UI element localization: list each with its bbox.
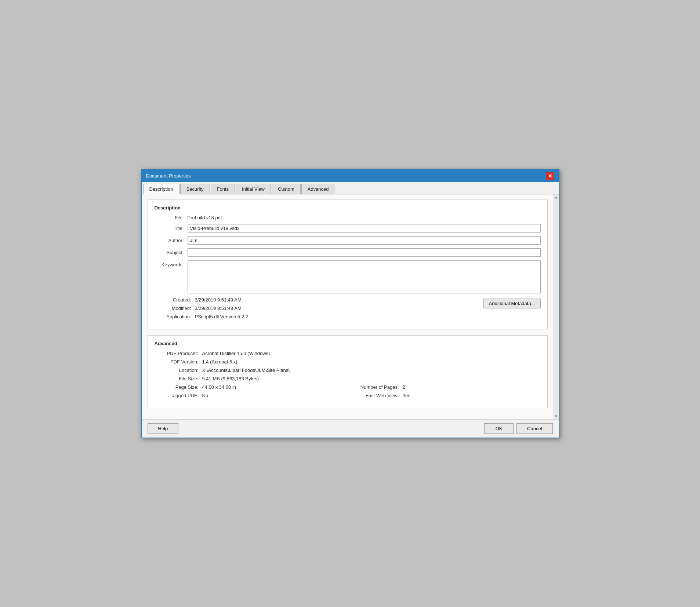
application-value: PScript5.dll Version 5.2.2 bbox=[195, 314, 248, 319]
dialog-content: Description File: Prebuild v18.pdf Title… bbox=[142, 194, 559, 419]
pdf-version-value: 1.4 (Acrobat 5.x) bbox=[202, 359, 237, 365]
ok-button[interactable]: OK bbox=[484, 423, 514, 434]
tagged-pdf-value: No bbox=[202, 393, 208, 398]
page-size-value: 44.00 x 34.00 in bbox=[202, 384, 236, 390]
modified-row: Modified: 3/29/2019 9:51:49 AM bbox=[155, 306, 476, 311]
author-label: Author: bbox=[155, 238, 188, 243]
page-size-label: Page Size: bbox=[155, 384, 202, 390]
created-modified-area: Created: 3/29/2019 9:51:49 AM Modified: … bbox=[155, 297, 541, 322]
keywords-textarea[interactable] bbox=[188, 260, 541, 293]
created-modified-left: Created: 3/29/2019 9:51:49 AM Modified: … bbox=[155, 297, 476, 322]
author-input[interactable] bbox=[188, 236, 541, 245]
description-section-title: Description bbox=[155, 205, 541, 211]
location-label: Location: bbox=[155, 368, 202, 373]
file-label: File: bbox=[155, 215, 188, 220]
cancel-button[interactable]: Cancel bbox=[516, 423, 552, 434]
scroll-up-arrow[interactable]: ▲ bbox=[554, 194, 559, 200]
application-label: Application: bbox=[155, 314, 195, 319]
description-section: Description File: Prebuild v18.pdf Title… bbox=[148, 200, 548, 329]
title-input[interactable] bbox=[188, 224, 541, 233]
fast-web-view-value: Yes bbox=[403, 393, 410, 398]
keywords-label: Keywords: bbox=[155, 260, 188, 267]
content-area: Description File: Prebuild v18.pdf Title… bbox=[142, 194, 554, 419]
subject-row: Subject: bbox=[155, 248, 541, 257]
created-value: 3/29/2019 9:51:49 AM bbox=[195, 297, 242, 303]
help-button[interactable]: Help bbox=[148, 423, 179, 434]
file-size-label: File Size: bbox=[155, 376, 202, 381]
file-row: File: Prebuild v18.pdf bbox=[155, 215, 541, 220]
dialog-title: Document Properties bbox=[146, 173, 191, 179]
modified-value: 3/29/2019 9:51:49 AM bbox=[195, 306, 242, 311]
additional-metadata-button[interactable]: Additional Metadata... bbox=[483, 299, 541, 308]
pdf-producer-row: PDF Producer: Acrobat Distiller 15.0 (Wi… bbox=[155, 351, 541, 356]
advanced-section-title: Advanced bbox=[155, 341, 541, 346]
author-row: Author: bbox=[155, 236, 541, 245]
subject-label: Subject: bbox=[155, 250, 188, 255]
dialog-body: Description File: Prebuild v18.pdf Title… bbox=[142, 194, 554, 419]
modified-label: Modified: bbox=[155, 306, 195, 311]
tagged-pdf-row: Tagged PDF: No bbox=[155, 393, 348, 398]
tab-fonts[interactable]: Fonts bbox=[211, 184, 235, 194]
file-size-row: File Size: 9.41 MB (9,863,183 Bytes) bbox=[155, 376, 541, 381]
tagged-fastweb-row: Tagged PDF: No Fast Web View: Yes bbox=[155, 393, 541, 398]
pdf-version-label: PDF Version: bbox=[155, 359, 202, 365]
fast-web-view-row: Fast Web View: Yes bbox=[348, 393, 541, 398]
keywords-row: Keywords: bbox=[155, 260, 541, 293]
number-of-pages-row: Number of Pages: 2 bbox=[348, 384, 541, 390]
footer-right-buttons: OK Cancel bbox=[484, 423, 552, 434]
scrollbar[interactable]: ▲ ▼ bbox=[554, 194, 559, 419]
scroll-down-arrow[interactable]: ▼ bbox=[554, 413, 559, 419]
additional-metadata-area: Additional Metadata... bbox=[476, 297, 541, 308]
dialog-footer: Help OK Cancel bbox=[142, 419, 559, 438]
tab-bar: Description Security Fonts Initial View … bbox=[142, 182, 559, 194]
location-row: Location: X:\Accounts\Lipari Foods\JLM\S… bbox=[155, 368, 541, 373]
title-bar: Document Properties ✕ bbox=[142, 170, 559, 182]
fast-web-view-label: Fast Web View: bbox=[348, 393, 403, 398]
close-button[interactable]: ✕ bbox=[546, 172, 554, 180]
tab-custom[interactable]: Custom bbox=[272, 184, 301, 194]
file-value: Prebuild v18.pdf bbox=[188, 215, 222, 220]
tagged-pdf-label: Tagged PDF: bbox=[155, 393, 202, 398]
pdf-producer-label: PDF Producer: bbox=[155, 351, 202, 356]
pdf-producer-value: Acrobat Distiller 15.0 (Windows) bbox=[202, 351, 270, 356]
tab-advanced[interactable]: Advanced bbox=[301, 184, 335, 194]
number-of-pages-label: Number of Pages: bbox=[348, 384, 403, 390]
advanced-section: Advanced PDF Producer: Acrobat Distiller… bbox=[148, 335, 548, 408]
tab-initial-view[interactable]: Initial View bbox=[236, 184, 271, 194]
created-row: Created: 3/29/2019 9:51:49 AM bbox=[155, 297, 476, 303]
document-properties-dialog: Document Properties ✕ Description Securi… bbox=[141, 169, 559, 438]
page-size-number-row: Page Size: 44.00 x 34.00 in Number of Pa… bbox=[155, 384, 541, 390]
title-row: Title: bbox=[155, 224, 541, 233]
tab-description[interactable]: Description bbox=[143, 184, 179, 194]
tab-security[interactable]: Security bbox=[180, 184, 210, 194]
location-value: X:\Accounts\Lipari Foods\JLM\Site Plans\ bbox=[202, 368, 290, 373]
title-label: Title: bbox=[155, 226, 188, 231]
file-size-value: 9.41 MB (9,863,183 Bytes) bbox=[202, 376, 259, 381]
number-of-pages-value: 2 bbox=[403, 384, 405, 390]
application-row: Application: PScript5.dll Version 5.2.2 bbox=[155, 314, 476, 319]
created-label: Created: bbox=[155, 297, 195, 303]
page-size-row: Page Size: 44.00 x 34.00 in bbox=[155, 384, 348, 390]
pdf-version-row: PDF Version: 1.4 (Acrobat 5.x) bbox=[155, 359, 541, 365]
subject-input[interactable] bbox=[188, 248, 541, 257]
